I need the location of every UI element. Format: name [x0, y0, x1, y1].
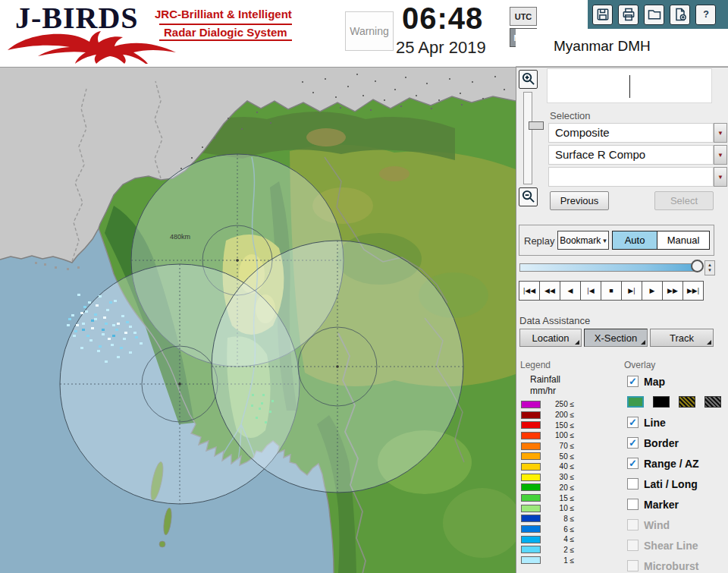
legend-value: 100 ≤: [541, 431, 574, 439]
legend-value: 6 ≤: [541, 525, 574, 534]
subproduct-dropdown-value[interactable]: Surface R Compo: [548, 145, 714, 165]
save-button[interactable]: [592, 5, 613, 25]
playback-controls: |◀◀◀◀◀|◀■▶|▶▶▶▶▶|: [519, 281, 703, 301]
time-spinner[interactable]: [704, 260, 715, 275]
print-button[interactable]: [618, 5, 639, 25]
legend-value: 2 ≤: [541, 546, 574, 554]
map-style-swatch[interactable]: [679, 396, 695, 408]
export-button[interactable]: [670, 5, 690, 25]
overlay-item-label: Border: [644, 437, 679, 449]
playback-button[interactable]: ▶: [642, 281, 663, 301]
range-ring-label: 480km: [170, 233, 190, 241]
time-slider-handle[interactable]: [691, 260, 704, 272]
overlay-item-label: Shear Line: [644, 540, 698, 552]
product-dropdown[interactable]: Composite: [548, 123, 727, 143]
zoom-in-button[interactable]: [519, 70, 538, 89]
toolbar: ?: [588, 0, 728, 29]
playback-button[interactable]: ◀◀: [539, 281, 560, 301]
text-cursor: [629, 75, 630, 98]
time-slider[interactable]: [519, 259, 714, 275]
clock-time: 06:48: [402, 2, 483, 36]
legend-scale: 250 ≤200 ≤150 ≤100 ≤70 ≤50 ≤40 ≤30 ≤20 ≤…: [521, 399, 574, 565]
radar-map[interactable]: 480km: [0, 67, 516, 573]
help-button[interactable]: ?: [695, 5, 716, 25]
checkbox[interactable]: [627, 499, 639, 510]
command-input[interactable]: [547, 68, 712, 103]
map-style-swatch[interactable]: [627, 396, 644, 408]
product-dropdown-value[interactable]: Composite: [548, 123, 714, 143]
subproduct-dropdown[interactable]: Surface R Compo: [548, 145, 727, 165]
data-assistance-label: Data Assistance: [519, 315, 590, 326]
playback-button[interactable]: ▶|: [621, 281, 642, 301]
legend-swatch: [521, 432, 541, 439]
checkbox[interactable]: [627, 540, 639, 551]
zoom-slider-handle[interactable]: [529, 121, 544, 130]
checkbox[interactable]: ✓: [627, 437, 639, 449]
overlay-label: Overlay: [624, 360, 655, 370]
legend-value: 4 ≤: [541, 535, 574, 543]
option-dropdown[interactable]: [548, 167, 727, 187]
overlay-item-label: Marker: [644, 499, 679, 511]
zoom-slider[interactable]: [523, 92, 532, 184]
legend-value: 10 ≤: [541, 504, 574, 512]
open-folder-button[interactable]: [644, 5, 664, 25]
legend-row: 70 ≤: [521, 441, 574, 452]
legend-label: Legend: [520, 360, 551, 370]
playback-button[interactable]: ▶▶|: [682, 281, 704, 301]
checkbox[interactable]: [627, 478, 639, 490]
zoom-out-button[interactable]: [519, 187, 538, 206]
dropdown-arrow-button[interactable]: [714, 167, 727, 187]
legend-units: mm/hr: [530, 386, 556, 396]
auto-button[interactable]: Auto: [612, 231, 657, 250]
overlay-item-label: Map: [644, 376, 665, 388]
checkbox[interactable]: ✓: [627, 417, 639, 428]
legend-swatch: [521, 483, 541, 491]
legend-swatch: [521, 536, 541, 543]
map-style-swatch[interactable]: [653, 396, 670, 408]
manual-button[interactable]: Manual: [657, 231, 710, 250]
checkbox[interactable]: [627, 560, 639, 571]
legend-value: 150 ≤: [541, 421, 574, 430]
legend-value: 8 ≤: [541, 515, 574, 523]
legend-swatch: [521, 401, 541, 408]
legend-swatch: [521, 515, 541, 522]
x-section-button[interactable]: X-Section: [584, 329, 648, 347]
overlay-item-range-az: ✓Range / AZ: [627, 453, 725, 474]
station-strip: Myanmar DMH: [516, 29, 728, 67]
time-slider-track[interactable]: [519, 263, 700, 272]
legend-row: 150 ≤: [521, 420, 574, 430]
playback-button[interactable]: |◀◀: [519, 281, 540, 301]
bookmark-button[interactable]: Bookmark: [557, 231, 609, 250]
logo-tagline-1: JRC-Brilliant & Intelligent: [155, 8, 292, 20]
checkbox[interactable]: ✓: [627, 458, 639, 469]
logo-tagline-2: Radar Dialogic System: [159, 24, 292, 41]
location-button[interactable]: Location: [519, 329, 582, 347]
legend-swatch: [521, 556, 541, 564]
playback-button[interactable]: ■: [601, 281, 622, 301]
legend-swatch: [521, 474, 541, 481]
checkbox[interactable]: [627, 519, 639, 530]
map-style-swatch[interactable]: [704, 396, 721, 408]
select-button[interactable]: Select: [654, 191, 714, 210]
checkbox[interactable]: ✓: [627, 376, 639, 387]
playback-button[interactable]: |◀: [580, 281, 601, 301]
overlay-item-label: Range / AZ: [644, 458, 699, 470]
overlay-item-map: ✓Map: [627, 371, 725, 392]
legend-row: 10 ≤: [521, 503, 574, 514]
legend-row: 100 ≤: [521, 430, 574, 441]
control-panel: Selection Composite Surface R Compo Prev…: [516, 67, 728, 573]
help-icon: ?: [698, 7, 714, 22]
playback-button[interactable]: ◀: [560, 281, 581, 301]
legend-row: 1 ≤: [521, 555, 574, 565]
dropdown-arrow-button[interactable]: [714, 123, 727, 143]
previous-button[interactable]: Previous: [550, 191, 609, 210]
export-page-plus-icon: [673, 7, 688, 22]
replay-label: Replay: [524, 235, 554, 247]
utc-button[interactable]: UTC: [510, 7, 537, 26]
warning-indicator[interactable]: Warning: [345, 11, 394, 51]
option-dropdown-value[interactable]: [548, 167, 714, 187]
track-button[interactable]: Track: [650, 329, 714, 347]
dropdown-arrow-button[interactable]: [714, 145, 727, 165]
playback-button[interactable]: ▶▶: [662, 281, 683, 301]
overlay-item-label: Lati / Long: [644, 478, 698, 490]
